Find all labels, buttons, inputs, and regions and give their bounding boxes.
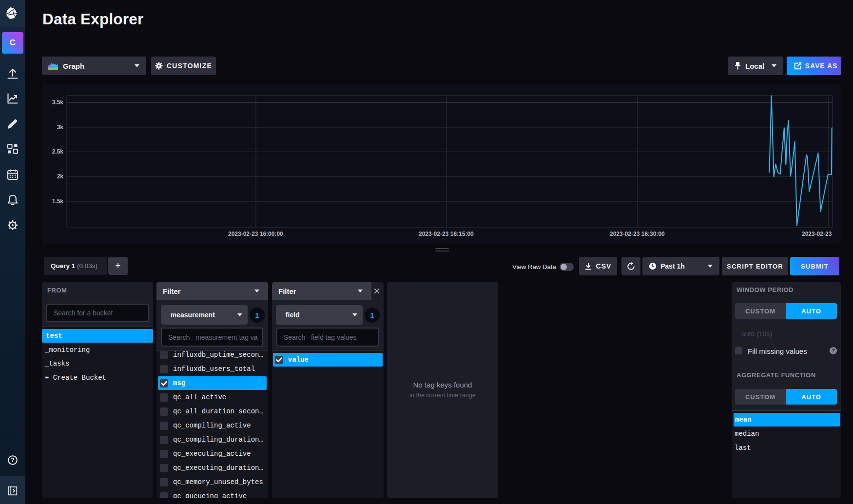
svg-text:?: ? — [11, 457, 14, 464]
